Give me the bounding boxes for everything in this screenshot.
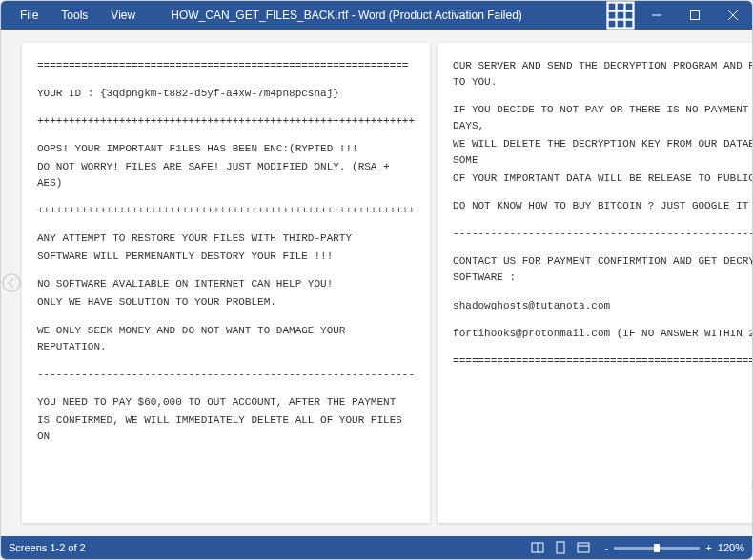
menu-bar: File Tools View <box>1 9 147 22</box>
read-mode-icon[interactable] <box>527 539 548 556</box>
text-line: OF YOUR IMPORTANT DATA WILL BE RELEASE T… <box>453 170 753 187</box>
text-line: CONTACT US FOR PAYMENT CONFIRMTION AND G… <box>453 253 753 286</box>
menu-file[interactable]: File <box>9 9 50 22</box>
maximize-button[interactable] <box>676 1 714 30</box>
page-1[interactable]: ========================================… <box>22 43 430 523</box>
menu-tools[interactable]: Tools <box>50 9 99 22</box>
text-line: ========================================… <box>37 58 415 74</box>
minimize-button[interactable] <box>638 1 676 30</box>
window-title: HOW_CAN_GET_FILES_BACK.rtf - Word (Produ… <box>147 9 603 22</box>
svg-point-5 <box>3 274 20 291</box>
text-line: OUR SERVER AND SEND THE DECRYPTION PROGR… <box>453 58 753 90</box>
ribbon-display-icon[interactable] <box>603 0 638 32</box>
svg-rect-0 <box>608 3 634 29</box>
text-line: OOPS! YOUR IMPORTANT F1LES HAS BEEN ENC:… <box>37 141 415 157</box>
word-window: File Tools View HOW_CAN_GET_FILES_BACK.r… <box>0 0 753 560</box>
text-line: WE ONLY SEEK MONEY AND DO NOT WANT TO DA… <box>37 323 415 355</box>
zoom-slider[interactable] <box>614 547 700 550</box>
text-line: DO NOT KNOW HOW TO BUY BITCOIN ? JUST GO… <box>453 198 753 214</box>
window-controls <box>638 1 752 30</box>
text-line: ----------------------------------------… <box>453 226 753 242</box>
menu-view[interactable]: View <box>99 9 147 22</box>
status-bar: Screens 1-2 of 2 - + 120% <box>1 536 752 559</box>
screens-indicator[interactable]: Screens 1-2 of 2 <box>9 542 527 553</box>
text-line: IF YOU DECIDE TO NOT PAY OR THERE IS NO … <box>453 102 753 134</box>
svg-rect-10 <box>578 543 589 552</box>
prev-page-arrow[interactable] <box>1 43 22 523</box>
text-line: IS CONFIRMED, WE WILL IMMEDIATELY DELETE… <box>37 412 415 445</box>
text-line: ----------------------------------------… <box>37 367 415 383</box>
print-layout-icon[interactable] <box>550 539 571 556</box>
text-line: NO SOFTWARE AVALIABLE ON INTERNET CAN HE… <box>37 276 415 292</box>
close-button[interactable] <box>714 1 752 30</box>
pages-container: ========================================… <box>22 43 753 523</box>
text-line: WE WILL DELETE THE DECRYPTION KEY FROM O… <box>453 136 753 169</box>
page-2[interactable]: OUR SERVER AND SEND THE DECRYPTION PROGR… <box>438 43 753 523</box>
text-line: shadowghosts@tutanota.com <box>453 298 753 314</box>
document-area: ========================================… <box>1 30 752 536</box>
zoom-out-button[interactable]: - <box>605 542 609 553</box>
text-line: YOU NEED TO PAY $60,000 TO OUT ACCOUNT, … <box>37 394 415 410</box>
text-line: ++++++++++++++++++++++++++++++++++++++++… <box>37 203 415 219</box>
text-line: ++++++++++++++++++++++++++++++++++++++++… <box>37 113 415 130</box>
svg-rect-2 <box>691 11 700 20</box>
text-line: YOUR ID : {3qdpngkm-t882-d5yf-a4xw-7m4pn… <box>37 86 415 102</box>
text-line: DO NOT WORRY! FILES ARE SAFE! JUST MODIF… <box>37 159 415 191</box>
text-line: SOFTWARE WILL PERMENANTLY DESTORY YOUR F… <box>37 249 415 265</box>
text-line: ONLY WE HAVE SOLUTION TO YOUR PROBLEM. <box>37 294 415 310</box>
text-line: ========================================… <box>453 353 753 370</box>
zoom-in-button[interactable]: + <box>705 542 711 553</box>
zoom-level[interactable]: 120% <box>718 542 744 553</box>
svg-rect-9 <box>557 542 564 553</box>
web-layout-icon[interactable] <box>573 539 594 556</box>
text-line: ANY ATTEMPT TO RESTORE YOUR FILES WITH T… <box>37 230 415 247</box>
titlebar: File Tools View HOW_CAN_GET_FILES_BACK.r… <box>1 1 752 30</box>
text-line: fortihooks@protonmail.com (IF NO ANSWER … <box>453 326 753 342</box>
